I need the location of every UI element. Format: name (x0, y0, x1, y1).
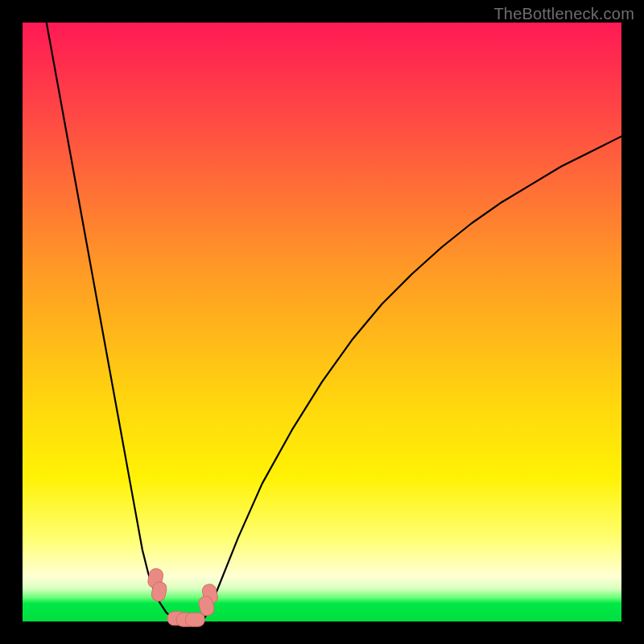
plot-area (23, 23, 621, 621)
curve-lines (47, 23, 621, 621)
series-left-branch (47, 23, 179, 621)
curve-svg (23, 23, 621, 621)
valley-marker-right (185, 613, 204, 626)
chart-frame: TheBottleneck.com (0, 0, 644, 644)
series-right-branch (202, 136, 621, 621)
watermark-text: TheBottleneck.com (493, 5, 634, 23)
curve-markers (147, 568, 219, 626)
